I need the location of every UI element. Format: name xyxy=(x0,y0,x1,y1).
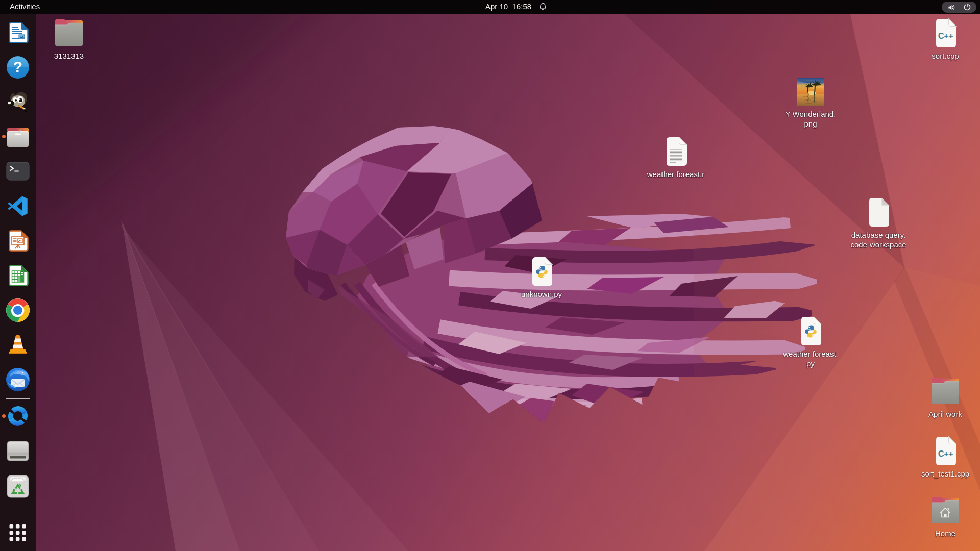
svg-text:C++: C++ xyxy=(938,449,953,458)
svg-text:?: ? xyxy=(13,58,22,75)
svg-text:C++: C++ xyxy=(938,31,953,40)
